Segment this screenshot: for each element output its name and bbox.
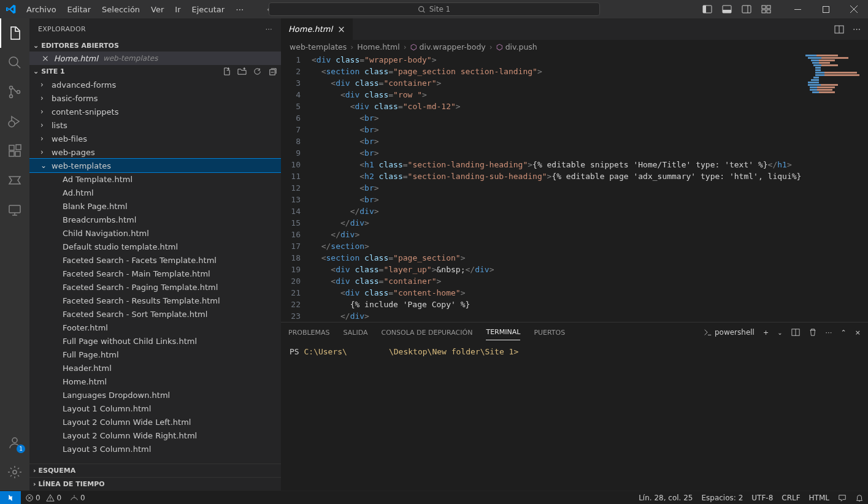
menu-ejecutar[interactable]: Ejecutar [187,2,230,17]
tree-folder[interactable]: ›lists [29,118,281,132]
status-ports[interactable]: 0 [66,494,90,502]
panel-tab-salida[interactable]: SALIDA [344,325,368,340]
activity-accounts-icon[interactable]: 1 [0,428,29,457]
refresh-icon[interactable] [253,67,262,76]
toggle-panel-right-icon[interactable] [742,4,751,14]
menu-ver[interactable]: Ver [146,2,169,17]
activity-remote-icon[interactable] [0,195,29,224]
activity-powerpages-icon[interactable] [0,166,29,195]
tree-file[interactable]: Faceted Search - Main Template.html [29,267,281,280]
collapse-all-icon[interactable] [268,67,277,76]
breadcrumb[interactable]: web-templates› Home.html› ⬡div.wrapper-b… [281,40,868,53]
open-editor-item[interactable]: × Home.html web-templates [29,52,281,65]
tree-file[interactable]: Layout 1 Column.html [29,402,281,415]
tree-folder[interactable]: ›web-pages [29,145,281,159]
tree-file[interactable]: Faceted Search - Facets Template.html [29,253,281,267]
customize-layout-icon[interactable] [761,4,771,14]
tree-file[interactable]: Full Page without Child Links.html [29,334,281,348]
tree-folder[interactable]: ›content-snippets [29,105,281,118]
new-folder-icon[interactable] [237,67,247,76]
tab-home-html[interactable]: Home.html × [281,18,353,40]
minimap[interactable] [805,55,859,97]
outline-header[interactable]: ›ESQUEMA [29,464,281,477]
project-header[interactable]: ⌄ SITE 1 [29,65,281,78]
breadcrumb-symbol[interactable]: ⬡div.push [496,42,537,52]
toggle-panel-left-icon[interactable] [702,4,712,14]
status-errors[interactable]: 0 0 [21,494,66,502]
activity-search-icon[interactable] [0,48,29,77]
editor-more-icon[interactable]: ⋯ [853,25,861,34]
status-cursor-pos[interactable]: Lín. 28, col. 25 [634,494,697,502]
activity-explorer-icon[interactable] [0,18,29,48]
tree-file[interactable]: Layout 3 Column.html [29,442,281,456]
tree-file[interactable]: Ad.html [29,186,281,199]
breadcrumb-file[interactable]: Home.html [357,42,399,52]
tree-file[interactable]: Home.html [29,375,281,388]
editor-body[interactable]: 123456789101112131415161718192021222324 … [281,53,868,322]
panel-tab-consola[interactable]: CONSOLA DE DEPURACIÓN [381,325,472,340]
terminal-kill-icon[interactable] [808,328,817,337]
menu-editar[interactable]: Editar [63,2,96,17]
tree-file[interactable]: Layout 2 Column Wide Left.html [29,415,281,429]
terminal-split-icon[interactable] [791,328,800,337]
split-editor-icon[interactable] [834,25,844,34]
terminal-body[interactable]: PS C:\Users\\Desktop\New folder\Site 1> [281,342,868,491]
activity-debug-icon[interactable] [0,107,29,136]
terminal-shell-label[interactable]: powershell [704,328,755,337]
status-feedback-icon[interactable] [834,494,851,502]
close-icon[interactable]: × [337,24,345,35]
tree-file[interactable]: Languages Dropdown.html [29,388,281,402]
menu-overflow-icon[interactable]: ⋯ [231,2,248,17]
tree-file[interactable]: Full Page.html [29,348,281,361]
timeline-header[interactable]: ›LÍNEA DE TIEMPO [29,477,281,491]
file-label: Child Navigation.html [63,229,149,238]
code-content[interactable]: <div class="wrapper-body"> <section clas… [312,53,868,322]
status-notifications-icon[interactable] [851,494,868,502]
tree-folder[interactable]: ›advanced-forms [29,78,281,91]
tree-file[interactable]: Faceted Search - Results Template.html [29,294,281,307]
status-lang[interactable]: HTML [805,494,834,502]
menu-ir[interactable]: Ir [170,2,185,17]
tree-folder[interactable]: ⌄web-templates [29,159,281,172]
tree-file[interactable]: Ad Template.html [29,172,281,186]
command-center-search[interactable]: Site 1 [269,2,600,16]
tree-file[interactable]: Default studio template.html [29,240,281,253]
menu-seleccion[interactable]: Selección [97,2,145,17]
explorer-more-icon[interactable]: ⋯ [266,25,272,33]
panel-tab-problemas[interactable]: PROBLEMAS [288,325,330,340]
tree-file[interactable]: Breadcrumbs.html [29,213,281,226]
breadcrumb-symbol[interactable]: ⬡div.wrapper-body [410,42,486,52]
tree-file[interactable]: Layout 2 Column Wide Right.html [29,429,281,442]
window-minimize-icon[interactable] [783,0,812,18]
panel-close-icon[interactable]: × [855,329,861,337]
tree-file[interactable]: Child Navigation.html [29,226,281,240]
tree-file[interactable]: Faceted Search - Paging Template.html [29,280,281,294]
breadcrumb-folder[interactable]: web-templates [290,42,347,52]
tree-folder[interactable]: ›basic-forms [29,91,281,105]
open-editors-header[interactable]: ⌄ EDITORES ABIERTOS [29,40,281,52]
status-encoding[interactable]: UTF-8 [747,494,777,502]
activity-settings-icon[interactable] [0,457,29,487]
panel-tab-puertos[interactable]: PUERTOS [534,325,565,340]
window-maximize-icon[interactable] [812,0,840,18]
tree-folder[interactable]: ›web-files [29,132,281,145]
tree-file[interactable]: Blank Page.html [29,199,281,213]
terminal-new-icon[interactable]: + [763,329,769,337]
tree-file[interactable]: Faceted Search - Sort Template.html [29,307,281,321]
tree-file[interactable]: Footer.html [29,321,281,334]
panel-tab-terminal[interactable]: TERMINAL [486,324,520,340]
new-file-icon[interactable] [222,67,231,76]
panel-maximize-icon[interactable]: ⌃ [841,329,847,337]
activity-extensions-icon[interactable] [0,136,29,166]
window-close-icon[interactable] [840,0,868,18]
status-eol[interactable]: CRLF [777,494,804,502]
remote-indicator-icon[interactable] [0,491,21,505]
terminal-more-icon[interactable]: ⋯ [826,329,832,337]
tree-file[interactable]: Header.html [29,361,281,375]
close-icon[interactable]: × [42,53,49,63]
menu-archivo[interactable]: Archivo [21,2,61,17]
activity-source-control-icon[interactable] [0,77,29,107]
status-spaces[interactable]: Espacios: 2 [697,494,747,502]
toggle-panel-bottom-icon[interactable] [722,4,732,14]
chevron-down-icon[interactable]: ⌄ [777,329,782,336]
